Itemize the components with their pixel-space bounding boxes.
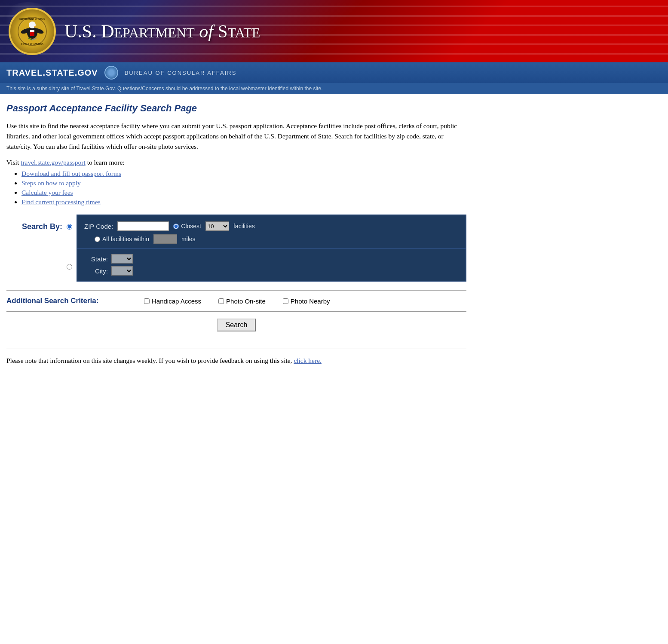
search-button[interactable]: Search <box>217 319 256 331</box>
handicap-checkbox[interactable] <box>144 298 150 304</box>
visit-suffix: to learn more: <box>86 159 125 166</box>
resource-links-list: Download and fill out passport forms Ste… <box>21 170 466 206</box>
zip-code-label: ZIP Code: <box>84 223 113 230</box>
divider <box>6 311 466 312</box>
svg-rect-8 <box>30 30 34 32</box>
photo-onsite-label: Photo On-site <box>226 297 266 305</box>
state-city-section: State: City: <box>77 249 466 281</box>
search-button-row: Search <box>6 319 466 336</box>
footer-note-prefix: Please note that information on this sit… <box>6 357 294 364</box>
main-content: Passport Acceptance Facility Search Page… <box>0 94 473 374</box>
photo-onsite-option: Photo On-site <box>218 297 266 305</box>
zip-radio[interactable] <box>67 224 72 230</box>
header-title: U.S. Department of State <box>64 21 260 42</box>
bureau-text: BUREAU OF CONSULAR AFFAIRS <box>125 70 237 76</box>
handicap-option: Handicap Access <box>144 297 201 305</box>
search-by-label: Search By: <box>6 215 67 231</box>
closest-label: Closest <box>173 223 201 230</box>
notice-text: This site is a subsidiary site of Travel… <box>6 86 322 92</box>
visit-paragraph: Visit travel.state.gov/passport to learn… <box>6 159 466 166</box>
header-banner: STATES OF AMERICA DEPARTMENT OF STATE U.… <box>0 0 668 62</box>
list-item: Find current processing times <box>21 198 466 206</box>
closest-count-select[interactable]: 10 25 50 <box>205 221 229 231</box>
photo-nearby-option: Photo Nearby <box>283 297 330 305</box>
steps-apply-link[interactable]: Steps on how to apply <box>21 179 81 187</box>
search-panel: ZIP Code: Closest 10 25 50 facilities <box>77 215 466 282</box>
criteria-options: Handicap Access Photo On-site Photo Near… <box>144 297 330 305</box>
facilities-label: facilities <box>233 223 255 230</box>
zip-section: ZIP Code: Closest 10 25 50 facilities <box>77 215 466 249</box>
intro-paragraph: Use this site to find the nearest accept… <box>6 121 466 152</box>
closest-radio[interactable] <box>173 224 179 229</box>
zip-line: ZIP Code: Closest 10 25 50 facilities <box>84 221 459 231</box>
travel-logo: TRAVEL.STATE.GOV <box>6 68 98 78</box>
state-label: State: <box>84 255 108 263</box>
footer-note: Please note that information on this sit… <box>6 349 466 366</box>
visit-prefix: Visit <box>6 159 21 166</box>
photo-nearby-checkbox[interactable] <box>283 298 288 304</box>
additional-criteria-label: Additional Search Criteria: <box>6 297 144 305</box>
state-radio[interactable] <box>67 264 72 270</box>
city-label: City: <box>84 267 108 275</box>
download-forms-link[interactable]: Download and fill out passport forms <box>21 170 121 177</box>
department-seal: STATES OF AMERICA DEPARTMENT OF STATE <box>9 8 56 55</box>
svg-text:STATES OF AMERICA: STATES OF AMERICA <box>21 43 43 45</box>
bureau-seal <box>104 66 118 80</box>
list-item: Calculate your fees <box>21 189 466 196</box>
click-here-link[interactable]: click here. <box>294 357 322 364</box>
zip-input[interactable] <box>117 221 169 231</box>
additional-criteria-row: Additional Search Criteria: Handicap Acc… <box>6 290 466 305</box>
svg-text:DEPARTMENT OF STATE: DEPARTMENT OF STATE <box>19 18 45 20</box>
handicap-label: Handicap Access <box>152 297 201 305</box>
within-line: All facilities within 10 25 50 miles <box>84 234 459 244</box>
page-title: Passport Acceptance Facility Search Page <box>6 103 466 114</box>
blue-nav-bar: TRAVEL.STATE.GOV BUREAU OF CONSULAR AFFA… <box>0 62 668 83</box>
miles-label: miles <box>181 236 196 242</box>
city-select[interactable] <box>111 266 133 276</box>
calculate-fees-link[interactable]: Calculate your fees <box>21 189 73 196</box>
city-line: City: <box>84 266 459 276</box>
state-select[interactable] <box>111 254 133 264</box>
photo-nearby-label: Photo Nearby <box>291 297 330 305</box>
state-line: State: <box>84 254 459 264</box>
list-item: Download and fill out passport forms <box>21 170 466 178</box>
travel-state-link[interactable]: travel.state.gov/passport <box>21 159 86 166</box>
notice-bar: This site is a subsidiary site of Travel… <box>0 83 668 94</box>
svg-rect-9 <box>30 32 34 34</box>
list-item: Steps on how to apply <box>21 179 466 187</box>
miles-select[interactable]: 10 25 50 <box>153 234 177 244</box>
search-form: Search By: ZIP Code: Closest 10 25 <box>6 215 466 282</box>
within-radio[interactable] <box>95 236 100 242</box>
all-facilities-label: All facilities within <box>84 236 149 242</box>
search-radio-column <box>67 215 72 270</box>
processing-times-link[interactable]: Find current processing times <box>21 198 101 205</box>
photo-onsite-checkbox[interactable] <box>218 298 224 304</box>
